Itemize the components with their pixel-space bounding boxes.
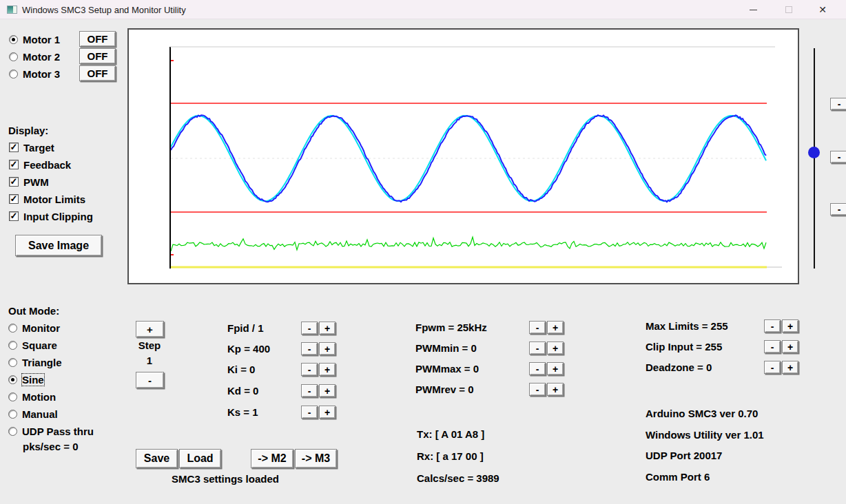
ki-minus-button[interactable]: - <box>301 363 318 376</box>
motor-1-label: Motor 1 <box>23 34 60 45</box>
deadzone-label: Deadzone = 0 <box>646 361 763 373</box>
window-title: Windows SMC3 Setup and Monitor Utility <box>22 5 186 15</box>
display-heading: Display: <box>8 125 48 136</box>
send-to-m3-button[interactable]: -> M3 <box>295 449 337 468</box>
kd-plus-button[interactable]: + <box>319 384 336 397</box>
motor-2-radio[interactable] <box>9 52 18 61</box>
fpwm-minus-button[interactable]: - <box>529 321 546 334</box>
scope-slider-track[interactable] <box>814 48 815 269</box>
triangle-radio[interactable] <box>8 358 17 367</box>
scope-lower-minus-button[interactable]: - <box>830 203 846 216</box>
scope-panel <box>127 28 799 284</box>
fpwm-plus-button[interactable]: + <box>547 321 564 334</box>
rx-readout: Rx: [ a 17 00 ] <box>417 450 484 462</box>
check-icon: ✓ <box>10 193 18 204</box>
ks-minus-button[interactable]: - <box>301 406 318 419</box>
out-mode-manual[interactable]: Manual <box>8 408 58 420</box>
square-radio[interactable] <box>8 341 17 350</box>
input-clipping-label: Input Clipping <box>23 211 93 222</box>
motor-1-radio[interactable] <box>9 35 18 44</box>
motion-radio[interactable] <box>8 392 17 401</box>
pwmrev-minus-button[interactable]: - <box>529 383 546 396</box>
ks-plus-button[interactable]: + <box>319 406 336 419</box>
kp-plus-button[interactable]: + <box>319 342 336 355</box>
motor-1-off-button[interactable]: OFF <box>79 31 116 47</box>
motor-3-radio[interactable] <box>9 70 18 78</box>
out-mode-monitor[interactable]: Monitor <box>8 322 60 334</box>
sine-radio[interactable] <box>8 375 17 384</box>
scope-middle-minus-button[interactable]: - <box>830 151 846 163</box>
fpid-label: Fpid / 1 <box>227 322 300 334</box>
manual-radio[interactable] <box>8 410 17 419</box>
display-input-clipping-option[interactable]: ✓ Input Clipping <box>9 210 93 222</box>
udp-label: UDP Pass thru <box>22 426 94 437</box>
clip-input-row: Clip Input = 255 - + <box>646 340 798 353</box>
ks-label: Ks = 1 <box>227 406 300 418</box>
max-limits-plus-button[interactable]: + <box>782 319 798 333</box>
motor-2-option[interactable]: Motor 2 <box>9 50 60 63</box>
pwmmin-row: PWMmin = 0 - + <box>415 342 564 355</box>
target-checkbox[interactable]: ✓ <box>9 143 19 152</box>
kp-minus-button[interactable]: - <box>301 342 318 355</box>
fpwm-label: Fpwm = 25kHz <box>415 322 528 333</box>
close-button[interactable]: ✕ <box>805 0 840 19</box>
kd-minus-button[interactable]: - <box>301 384 318 397</box>
out-mode-motion[interactable]: Motion <box>8 390 56 403</box>
pwmmin-plus-button[interactable]: + <box>547 342 564 355</box>
max-limits-minus-button[interactable]: - <box>764 319 781 333</box>
scope-slider-thumb[interactable] <box>808 147 820 158</box>
clip-input-plus-button[interactable]: + <box>782 340 798 353</box>
motor-limits-checkbox[interactable]: ✓ <box>9 194 19 204</box>
settings-status-text: SMC3 settings loaded <box>149 473 301 485</box>
deadzone-plus-button[interactable]: + <box>782 361 798 374</box>
ki-plus-button[interactable]: + <box>319 363 336 376</box>
load-button[interactable]: Load <box>179 449 221 468</box>
motor-3-option[interactable]: Motor 3 <box>9 67 60 80</box>
feedback-checkbox[interactable]: ✓ <box>9 160 19 169</box>
fpid-minus-button[interactable]: - <box>301 322 318 335</box>
send-to-m2-button[interactable]: -> M2 <box>251 449 293 468</box>
ki-row: Ki = 0 - + <box>227 363 336 376</box>
pwmrev-plus-button[interactable]: + <box>547 383 564 396</box>
pks-per-sec-label: pks/sec = 0 <box>23 441 78 452</box>
kd-row: Kd = 0 - + <box>227 384 336 397</box>
motor-2-label: Motor 2 <box>23 51 60 63</box>
save-button[interactable]: Save <box>136 449 178 468</box>
maximize-button[interactable] <box>773 0 805 19</box>
out-mode-square[interactable]: Square <box>8 339 57 351</box>
pwmmin-label: PWMmin = 0 <box>415 342 528 354</box>
display-feedback-option[interactable]: ✓ Feedback <box>9 158 71 171</box>
display-motor-limits-option[interactable]: ✓ Motor Limits <box>9 193 85 205</box>
motion-label: Motion <box>22 391 56 403</box>
ki-label: Ki = 0 <box>227 364 300 375</box>
motor-2-off-button[interactable]: OFF <box>79 48 116 64</box>
display-pwm-option[interactable]: ✓ PWM <box>9 176 49 188</box>
pwmmax-plus-button[interactable]: + <box>547 362 564 375</box>
step-plus-button[interactable]: + <box>136 321 164 337</box>
pwm-checkbox[interactable]: ✓ <box>9 177 19 187</box>
out-mode-udp[interactable]: UDP Pass thru <box>8 425 94 437</box>
out-mode-sine[interactable]: Sine <box>8 373 44 386</box>
scope-upper-minus-button[interactable]: - <box>830 98 846 110</box>
udp-radio[interactable] <box>8 427 17 436</box>
step-minus-button[interactable]: - <box>136 372 164 388</box>
pwmrev-label: PWMrev = 0 <box>415 384 528 395</box>
monitor-radio[interactable] <box>8 324 17 333</box>
motor-1-option[interactable]: Motor 1 <box>9 33 60 45</box>
minimize-button[interactable] <box>737 0 769 19</box>
tx-readout: Tx: [ A 01 A8 ] <box>417 428 484 440</box>
pwmrev-row: PWMrev = 0 - + <box>415 383 564 396</box>
motor-3-off-button[interactable]: OFF <box>79 65 116 81</box>
input-clipping-checkbox[interactable]: ✓ <box>9 211 19 221</box>
deadzone-minus-button[interactable]: - <box>764 361 781 374</box>
step-value: 1 <box>129 355 170 366</box>
scope-plot <box>129 30 798 283</box>
pwmmax-minus-button[interactable]: - <box>529 362 546 375</box>
out-mode-triangle[interactable]: Triangle <box>8 356 62 368</box>
fpid-plus-button[interactable]: + <box>319 322 336 335</box>
check-icon: ✓ <box>10 159 18 170</box>
clip-input-minus-button[interactable]: - <box>764 340 781 353</box>
pwmmin-minus-button[interactable]: - <box>529 342 546 355</box>
save-image-button[interactable]: Save Image <box>15 235 102 256</box>
display-target-option[interactable]: ✓ Target <box>9 141 54 154</box>
